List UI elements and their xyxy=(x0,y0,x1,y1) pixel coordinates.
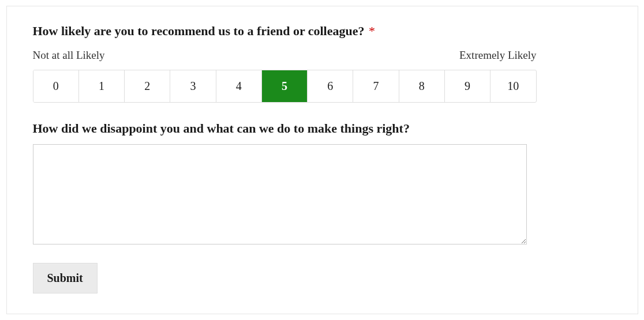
nps-question-text: How likely are you to recommend us to a … xyxy=(33,24,365,38)
nps-option-6[interactable]: 6 xyxy=(308,70,353,102)
submit-button[interactable]: Submit xyxy=(33,263,98,293)
nps-option-0[interactable]: 0 xyxy=(33,70,79,102)
survey-form: How likely are you to recommend us to a … xyxy=(6,6,638,314)
nps-option-7[interactable]: 7 xyxy=(353,70,399,102)
feedback-textarea[interactable] xyxy=(33,144,527,244)
nps-option-8[interactable]: 8 xyxy=(399,70,445,102)
nps-option-5[interactable]: 5 xyxy=(262,70,308,102)
nps-option-1[interactable]: 1 xyxy=(79,70,125,102)
nps-option-4[interactable]: 4 xyxy=(216,70,262,102)
nps-low-label: Not at all Likely xyxy=(33,49,105,62)
nps-question-label: How likely are you to recommend us to a … xyxy=(33,24,612,39)
nps-option-9[interactable]: 9 xyxy=(445,70,491,102)
required-icon: * xyxy=(369,24,375,38)
nps-high-label: Extremely Likely xyxy=(459,49,536,62)
nps-scale-labels: Not at all Likely Extremely Likely xyxy=(33,49,537,62)
nps-scale: 0 1 2 3 4 5 6 7 8 9 10 xyxy=(33,70,537,103)
nps-option-2[interactable]: 2 xyxy=(125,70,170,102)
followup-question-label: How did we disappoint you and what can w… xyxy=(33,121,612,136)
nps-option-10[interactable]: 10 xyxy=(491,70,536,102)
nps-option-3[interactable]: 3 xyxy=(170,70,216,102)
